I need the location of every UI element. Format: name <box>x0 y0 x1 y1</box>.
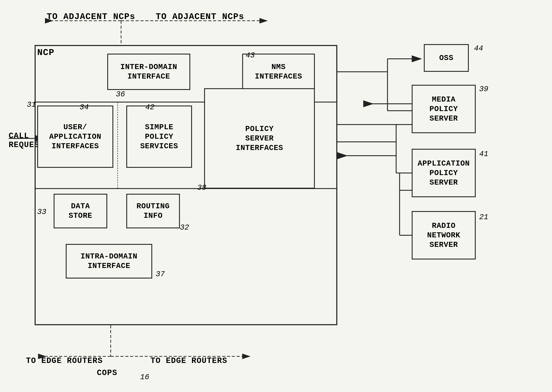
ref-37: 37 <box>156 270 165 279</box>
ref-44: 44 <box>474 44 483 53</box>
ref-38: 38 <box>197 183 206 192</box>
ref-43: 43 <box>246 51 255 60</box>
simple-policy-box: SIMPLEPOLICYSERVICES <box>126 105 192 168</box>
ref-41: 41 <box>479 150 488 158</box>
user-app-box: USER/APPLICATIONINTERFACES <box>37 105 113 168</box>
ref-39: 39 <box>479 85 488 93</box>
ref-33: 33 <box>37 208 46 216</box>
media-policy-box: MEDIAPOLICYSERVER <box>412 85 476 133</box>
ref-34: 34 <box>80 103 89 112</box>
ref-42: 42 <box>145 103 154 112</box>
inter-domain-box: INTER-DOMAININTERFACE <box>107 54 190 90</box>
label-to-edge-routers-left: TO EDGE ROUTERS <box>26 356 103 365</box>
ref-31: 31 <box>27 100 36 109</box>
label-to-adjacent-ncps-right: TO ADJACENT NCPs <box>156 12 244 22</box>
diagram-container: TO ADJACENT NCPs TO ADJACENT NCPs CALLRE… <box>0 0 552 392</box>
ref-16: 16 <box>140 373 149 381</box>
ref-36: 36 <box>116 90 125 99</box>
radio-network-box: RADIONETWORKSERVER <box>412 211 476 259</box>
label-cops: COPS <box>97 369 117 378</box>
label-to-adjacent-ncps-left: TO ADJACENT NCPs <box>47 12 135 22</box>
oss-box: OSS <box>424 44 469 72</box>
intra-domain-box: INTRA-DOMAININTERFACE <box>66 244 152 279</box>
app-policy-box: APPLICATIONPOLICYSERVER <box>412 149 476 197</box>
ncp-label: NCP <box>37 48 55 58</box>
ref-32: 32 <box>180 223 189 232</box>
ref-21: 21 <box>479 213 488 221</box>
policy-server-box: POLICYSERVERINTERFACES <box>204 88 315 189</box>
routing-info-box: ROUTINGINFO <box>126 194 180 228</box>
label-to-edge-routers-right: TO EDGE ROUTERS <box>151 356 227 365</box>
data-store-box: DATASTORE <box>54 194 107 228</box>
